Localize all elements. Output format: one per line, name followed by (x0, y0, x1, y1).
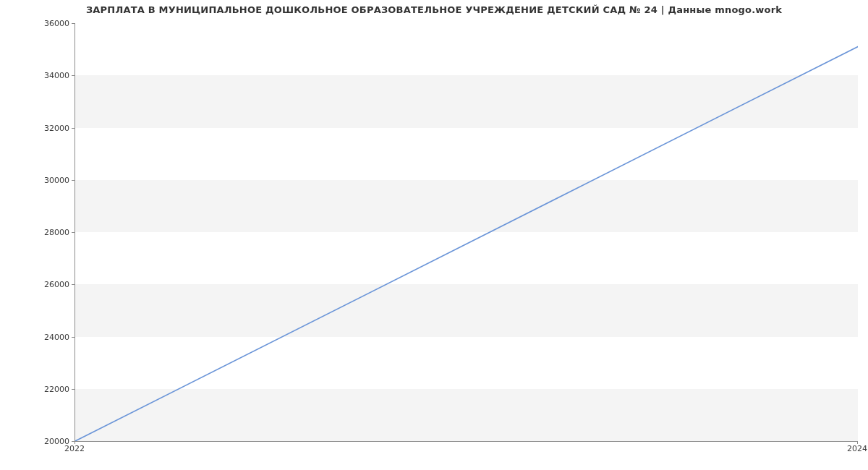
x-axis-tick-mark (75, 441, 75, 444)
y-axis-tick-label: 24000 (26, 332, 69, 341)
y-axis-tick-label: 36000 (26, 19, 69, 28)
y-axis-tick-mark (72, 389, 75, 390)
x-axis-tick-mark (857, 441, 858, 444)
y-axis-tick-mark (72, 337, 75, 338)
y-axis-tick-label: 34000 (26, 71, 69, 80)
x-axis-tick-label: 2024 (847, 444, 867, 453)
y-axis-tick-mark (72, 75, 75, 76)
y-axis-tick-label: 22000 (26, 384, 69, 393)
y-axis-tick-label: 32000 (26, 123, 69, 132)
y-axis-tick-mark (72, 23, 75, 24)
y-axis-tick-mark (72, 284, 75, 285)
y-axis-tick-mark (72, 128, 75, 129)
line-series-svg (75, 23, 858, 441)
series-line (75, 47, 858, 441)
chart-title: ЗАРПЛАТА В МУНИЦИПАЛЬНОЕ ДОШКОЛЬНОЕ ОБРА… (0, 4, 868, 15)
y-axis-tick-label: 20000 (26, 437, 69, 446)
y-axis-tick-mark (72, 180, 75, 181)
x-axis-tick-label: 2022 (64, 444, 85, 453)
y-axis-tick-label: 28000 (26, 228, 69, 237)
salary-line-chart: ЗАРПЛАТА В МУНИЦИПАЛЬНОЕ ДОШКОЛЬНОЕ ОБРА… (0, 0, 868, 470)
plot-area (75, 23, 858, 442)
y-axis-tick-label: 26000 (26, 280, 69, 289)
y-axis-tick-mark (72, 232, 75, 233)
y-axis-tick-label: 30000 (26, 175, 69, 184)
